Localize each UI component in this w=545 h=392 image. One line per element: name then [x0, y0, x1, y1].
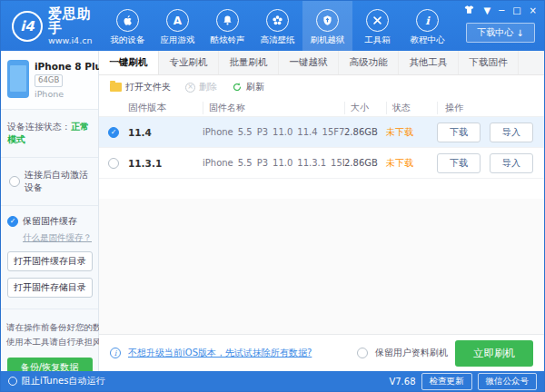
col-size: 大小	[344, 102, 386, 114]
app-header: i4 爱思助手 www.i4.cn 我的设备 A 应用游戏 酷炫铃声 高清壁纸	[1, 1, 544, 51]
radio-unchecked-icon[interactable]	[357, 348, 368, 358]
connection-status-label: 设备连接状态：	[7, 122, 71, 132]
info-icon: i	[416, 9, 439, 32]
firmware-filename: iPhone_5.5_P3_11.0_11.4_15F79_Restore.ip…	[203, 127, 344, 137]
delete-icon: ×	[185, 83, 195, 93]
main-nav: 我的设备 A 应用游戏 酷炫铃声 高清壁纸 刷机越狱 工具箱	[103, 1, 452, 51]
nav-item-ringtones[interactable]: 酷炫铃声	[203, 1, 253, 51]
firmware-toolbar: 打开文件夹 × 删除 刷新	[99, 75, 544, 99]
radio-unchecked-icon	[8, 377, 17, 386]
device-card: iPhone 8 Plus 64GB iPhone	[1, 51, 98, 110]
nav-item-tutorials[interactable]: i 教程中心	[402, 1, 452, 51]
folder-icon	[110, 83, 122, 92]
status-bar: 阻止iTunes自动运行 V7.68 检查更新 微信公众号	[1, 371, 544, 391]
tab-one-click-jailbreak[interactable]: 一键越狱	[279, 51, 339, 74]
tab-download-firmware[interactable]: 下载固件	[459, 51, 519, 74]
wechat-account-button[interactable]: 微信公众号	[478, 373, 538, 390]
download-arrow-icon: ↓	[516, 28, 523, 38]
warning-text-1: 请在操作前备份好您的数据	[6, 320, 93, 334]
firmware-cache-section: ✓ 保留固件缓存 什么是固件缓存？ 打开固件缓存目录 打开固件存储目录	[1, 206, 98, 309]
check-update-button[interactable]: 检查更新	[421, 373, 472, 390]
nav-item-my-devices[interactable]: 我的设备	[103, 1, 153, 51]
nav-label: 酷炫铃声	[211, 34, 245, 46]
download-button[interactable]: 下载	[437, 122, 481, 142]
close-icon[interactable]: ×	[530, 6, 537, 15]
iphone-icon	[7, 60, 29, 98]
nav-label: 教程中心	[411, 34, 445, 46]
firmware-row-11-4[interactable]: ✓ 11.4 iPhone_5.5_P3_11.0_11.4_15F79_Res…	[99, 117, 544, 148]
device-name: iPhone 8 Plus	[35, 60, 92, 73]
nav-item-toolbox[interactable]: 工具箱	[352, 1, 402, 51]
keep-cache-radio[interactable]: ✓ 保留固件缓存	[7, 215, 92, 228]
skin-icon[interactable]	[463, 5, 475, 16]
nav-item-app-games[interactable]: A 应用游戏	[153, 1, 203, 51]
tab-one-click-flash[interactable]: 一键刷机	[99, 51, 159, 74]
tab-pro-flash[interactable]: 专业刷机	[159, 51, 219, 74]
download-center-button[interactable]: 下载中心 ↓	[466, 23, 535, 43]
tab-batch-flash[interactable]: 批量刷机	[219, 51, 279, 74]
radio-checked-icon: ✓	[7, 216, 18, 227]
firmware-status: 未下载	[386, 157, 437, 170]
flash-action-bar: i 不想升级当前iOS版本，先试试抹除所有数据? 保留用户资料刷机 立即刷机	[99, 334, 544, 371]
block-itunes-radio[interactable]: 阻止iTunes自动运行	[8, 375, 104, 387]
firmware-row-11-3-1[interactable]: 11.3.1 iPhone_5.5_P3_11.0_11.3.1_15E302_…	[99, 148, 544, 179]
sidebar: iPhone 8 Plus 64GB iPhone 设备连接状态：正常模式 连接…	[1, 51, 99, 371]
appstore-icon: A	[166, 9, 189, 32]
firmware-version: 11.4	[128, 127, 203, 138]
open-cache-dir-button[interactable]: 打开固件缓存目录	[7, 251, 93, 271]
radio-unchecked-icon	[9, 176, 20, 187]
delete-button[interactable]: × 删除	[185, 81, 217, 93]
app-version: V7.68	[389, 377, 415, 387]
info-icon: i	[110, 348, 121, 358]
nav-label: 我的设备	[111, 34, 145, 46]
block-itunes-label: 阻止iTunes自动运行	[22, 375, 104, 387]
app-title: 爱思助手	[48, 6, 94, 36]
nav-label: 刷机越狱	[311, 34, 345, 46]
nav-label: 高清壁纸	[261, 34, 295, 46]
firmware-size: 2.86GB	[344, 158, 386, 168]
auto-activate-label: 连接后自动激活设备	[25, 169, 92, 194]
connection-status-row: 设备连接状态：正常模式	[1, 110, 98, 158]
import-button[interactable]: 导入	[490, 122, 533, 142]
tab-other-tools[interactable]: 其他工具	[399, 51, 459, 74]
keep-cache-label: 保留固件缓存	[23, 215, 77, 228]
open-folder-button[interactable]: 打开文件夹	[110, 81, 171, 93]
download-button[interactable]: 下载	[437, 153, 481, 173]
erase-data-tip-link[interactable]: 不想升级当前iOS版本，先试试抹除所有数据?	[128, 347, 312, 359]
content-spacer	[99, 179, 544, 334]
nav-item-wallpapers[interactable]: 高清壁纸	[253, 1, 302, 51]
logo-i4-icon: i4	[12, 11, 43, 42]
keep-user-data-label: 保留用户资料刷机	[375, 347, 448, 359]
firmware-size: 2.86GB	[344, 127, 386, 137]
col-action: 操作	[437, 102, 544, 114]
nav-label: 应用游戏	[161, 34, 195, 46]
main-content: 一键刷机 专业刷机 批量刷机 一键越狱 高级功能 其他工具 下载固件 打开文件夹…	[99, 51, 544, 371]
firmware-filename: iPhone_5.5_P3_11.0_11.3.1_15E302_Restore…	[203, 158, 344, 168]
window-controls: ▼ ─ □ ×	[463, 5, 537, 16]
shield-icon	[316, 9, 339, 32]
warning-text-2: 使用本工具请自行承担风险	[6, 335, 93, 348]
col-status: 状态	[386, 102, 437, 114]
col-version: 固件版本	[128, 102, 203, 114]
cache-help-link[interactable]: 什么是固件缓存？	[23, 232, 92, 244]
refresh-button[interactable]: 刷新	[232, 81, 264, 93]
open-storage-dir-button[interactable]: 打开固件存储目录	[7, 278, 93, 298]
apple-icon	[116, 9, 139, 32]
flash-tabs: 一键刷机 专业刷机 批量刷机 一键越狱 高级功能 其他工具 下载固件	[99, 51, 544, 75]
maximize-icon[interactable]: □	[512, 6, 520, 15]
table-header: 固件版本 固件名称 大小 状态 操作	[99, 99, 544, 117]
app-window: i4 爱思助手 www.i4.cn 我的设备 A 应用游戏 酷炫铃声 高清壁纸	[0, 0, 545, 392]
flash-now-button[interactable]: 立即刷机	[455, 340, 533, 367]
firmware-status: 未下载	[386, 126, 437, 139]
nav-item-flash-jailbreak[interactable]: 刷机越狱	[302, 1, 352, 51]
import-button[interactable]: 导入	[490, 153, 533, 173]
tab-advanced[interactable]: 高级功能	[339, 51, 399, 74]
radio-unchecked-icon[interactable]	[108, 158, 119, 169]
device-capacity-badge: 64GB	[35, 74, 63, 86]
download-center-label: 下载中心	[477, 26, 513, 39]
auto-activate-radio[interactable]: 连接后自动激活设备	[1, 158, 98, 206]
radio-checked-icon[interactable]: ✓	[108, 127, 119, 138]
minimize-icon[interactable]: ─	[499, 6, 504, 15]
dropdown-icon[interactable]: ▼	[483, 6, 490, 15]
bell-icon	[216, 9, 239, 32]
